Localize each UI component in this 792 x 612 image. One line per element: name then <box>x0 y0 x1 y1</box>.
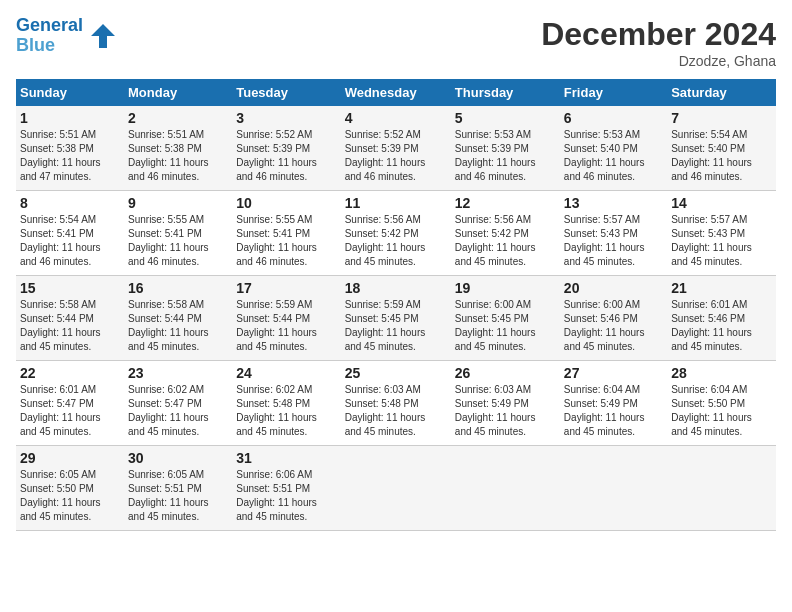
header-cell-thursday: Thursday <box>451 79 560 106</box>
day-cell: 7Sunrise: 5:54 AM Sunset: 5:40 PM Daylig… <box>667 106 776 191</box>
day-cell: 30Sunrise: 6:05 AM Sunset: 5:51 PM Dayli… <box>124 446 232 531</box>
day-number: 17 <box>236 280 336 296</box>
day-info: Sunrise: 6:05 AM Sunset: 5:51 PM Dayligh… <box>128 468 228 524</box>
day-cell: 31Sunrise: 6:06 AM Sunset: 5:51 PM Dayli… <box>232 446 340 531</box>
day-cell: 25Sunrise: 6:03 AM Sunset: 5:48 PM Dayli… <box>341 361 451 446</box>
day-info: Sunrise: 6:01 AM Sunset: 5:46 PM Dayligh… <box>671 298 772 354</box>
day-number: 29 <box>20 450 120 466</box>
day-cell: 15Sunrise: 5:58 AM Sunset: 5:44 PM Dayli… <box>16 276 124 361</box>
day-number: 28 <box>671 365 772 381</box>
day-cell: 29Sunrise: 6:05 AM Sunset: 5:50 PM Dayli… <box>16 446 124 531</box>
day-info: Sunrise: 5:56 AM Sunset: 5:42 PM Dayligh… <box>345 213 447 269</box>
day-info: Sunrise: 5:59 AM Sunset: 5:44 PM Dayligh… <box>236 298 336 354</box>
day-info: Sunrise: 5:51 AM Sunset: 5:38 PM Dayligh… <box>128 128 228 184</box>
day-info: Sunrise: 5:55 AM Sunset: 5:41 PM Dayligh… <box>128 213 228 269</box>
day-info: Sunrise: 6:05 AM Sunset: 5:50 PM Dayligh… <box>20 468 120 524</box>
day-info: Sunrise: 6:04 AM Sunset: 5:49 PM Dayligh… <box>564 383 663 439</box>
day-number: 18 <box>345 280 447 296</box>
day-cell: 13Sunrise: 5:57 AM Sunset: 5:43 PM Dayli… <box>560 191 667 276</box>
day-cell: 9Sunrise: 5:55 AM Sunset: 5:41 PM Daylig… <box>124 191 232 276</box>
logo: General Blue <box>16 16 119 56</box>
day-cell: 21Sunrise: 6:01 AM Sunset: 5:46 PM Dayli… <box>667 276 776 361</box>
day-cell: 3Sunrise: 5:52 AM Sunset: 5:39 PM Daylig… <box>232 106 340 191</box>
day-info: Sunrise: 5:55 AM Sunset: 5:41 PM Dayligh… <box>236 213 336 269</box>
day-number: 1 <box>20 110 120 126</box>
week-row-4: 22Sunrise: 6:01 AM Sunset: 5:47 PM Dayli… <box>16 361 776 446</box>
week-row-1: 1Sunrise: 5:51 AM Sunset: 5:38 PM Daylig… <box>16 106 776 191</box>
week-row-3: 15Sunrise: 5:58 AM Sunset: 5:44 PM Dayli… <box>16 276 776 361</box>
day-cell: 6Sunrise: 5:53 AM Sunset: 5:40 PM Daylig… <box>560 106 667 191</box>
day-number: 20 <box>564 280 663 296</box>
day-info: Sunrise: 5:51 AM Sunset: 5:38 PM Dayligh… <box>20 128 120 184</box>
day-cell: 16Sunrise: 5:58 AM Sunset: 5:44 PM Dayli… <box>124 276 232 361</box>
month-title: December 2024 <box>541 16 776 53</box>
day-info: Sunrise: 6:03 AM Sunset: 5:49 PM Dayligh… <box>455 383 556 439</box>
day-info: Sunrise: 6:01 AM Sunset: 5:47 PM Dayligh… <box>20 383 120 439</box>
day-cell: 2Sunrise: 5:51 AM Sunset: 5:38 PM Daylig… <box>124 106 232 191</box>
header-row: SundayMondayTuesdayWednesdayThursdayFrid… <box>16 79 776 106</box>
day-cell: 14Sunrise: 5:57 AM Sunset: 5:43 PM Dayli… <box>667 191 776 276</box>
day-number: 9 <box>128 195 228 211</box>
day-cell: 23Sunrise: 6:02 AM Sunset: 5:47 PM Dayli… <box>124 361 232 446</box>
day-number: 26 <box>455 365 556 381</box>
day-cell <box>341 446 451 531</box>
day-info: Sunrise: 5:58 AM Sunset: 5:44 PM Dayligh… <box>20 298 120 354</box>
day-info: Sunrise: 6:00 AM Sunset: 5:46 PM Dayligh… <box>564 298 663 354</box>
logo-text: General Blue <box>16 16 83 56</box>
day-cell: 1Sunrise: 5:51 AM Sunset: 5:38 PM Daylig… <box>16 106 124 191</box>
day-number: 8 <box>20 195 120 211</box>
day-cell: 12Sunrise: 5:56 AM Sunset: 5:42 PM Dayli… <box>451 191 560 276</box>
day-number: 25 <box>345 365 447 381</box>
day-number: 14 <box>671 195 772 211</box>
logo-icon <box>87 20 119 52</box>
day-cell <box>451 446 560 531</box>
day-number: 31 <box>236 450 336 466</box>
day-cell: 17Sunrise: 5:59 AM Sunset: 5:44 PM Dayli… <box>232 276 340 361</box>
day-number: 12 <box>455 195 556 211</box>
day-number: 13 <box>564 195 663 211</box>
day-number: 15 <box>20 280 120 296</box>
day-info: Sunrise: 6:00 AM Sunset: 5:45 PM Dayligh… <box>455 298 556 354</box>
day-info: Sunrise: 5:54 AM Sunset: 5:40 PM Dayligh… <box>671 128 772 184</box>
header-cell-friday: Friday <box>560 79 667 106</box>
location: Dzodze, Ghana <box>541 53 776 69</box>
day-cell: 4Sunrise: 5:52 AM Sunset: 5:39 PM Daylig… <box>341 106 451 191</box>
day-cell: 8Sunrise: 5:54 AM Sunset: 5:41 PM Daylig… <box>16 191 124 276</box>
day-number: 2 <box>128 110 228 126</box>
day-number: 16 <box>128 280 228 296</box>
header-cell-wednesday: Wednesday <box>341 79 451 106</box>
header-cell-saturday: Saturday <box>667 79 776 106</box>
week-row-2: 8Sunrise: 5:54 AM Sunset: 5:41 PM Daylig… <box>16 191 776 276</box>
day-number: 23 <box>128 365 228 381</box>
day-cell: 28Sunrise: 6:04 AM Sunset: 5:50 PM Dayli… <box>667 361 776 446</box>
day-info: Sunrise: 6:04 AM Sunset: 5:50 PM Dayligh… <box>671 383 772 439</box>
day-info: Sunrise: 6:02 AM Sunset: 5:48 PM Dayligh… <box>236 383 336 439</box>
day-number: 22 <box>20 365 120 381</box>
day-cell: 19Sunrise: 6:00 AM Sunset: 5:45 PM Dayli… <box>451 276 560 361</box>
header-cell-monday: Monday <box>124 79 232 106</box>
day-info: Sunrise: 5:57 AM Sunset: 5:43 PM Dayligh… <box>671 213 772 269</box>
day-cell <box>560 446 667 531</box>
day-number: 24 <box>236 365 336 381</box>
day-cell: 18Sunrise: 5:59 AM Sunset: 5:45 PM Dayli… <box>341 276 451 361</box>
day-cell: 26Sunrise: 6:03 AM Sunset: 5:49 PM Dayli… <box>451 361 560 446</box>
day-cell: 10Sunrise: 5:55 AM Sunset: 5:41 PM Dayli… <box>232 191 340 276</box>
day-number: 3 <box>236 110 336 126</box>
day-info: Sunrise: 5:53 AM Sunset: 5:40 PM Dayligh… <box>564 128 663 184</box>
day-number: 11 <box>345 195 447 211</box>
day-info: Sunrise: 6:02 AM Sunset: 5:47 PM Dayligh… <box>128 383 228 439</box>
day-cell: 5Sunrise: 5:53 AM Sunset: 5:39 PM Daylig… <box>451 106 560 191</box>
day-cell <box>667 446 776 531</box>
day-info: Sunrise: 5:56 AM Sunset: 5:42 PM Dayligh… <box>455 213 556 269</box>
day-number: 6 <box>564 110 663 126</box>
header-cell-tuesday: Tuesday <box>232 79 340 106</box>
day-cell: 24Sunrise: 6:02 AM Sunset: 5:48 PM Dayli… <box>232 361 340 446</box>
day-info: Sunrise: 5:58 AM Sunset: 5:44 PM Dayligh… <box>128 298 228 354</box>
day-number: 19 <box>455 280 556 296</box>
day-info: Sunrise: 6:06 AM Sunset: 5:51 PM Dayligh… <box>236 468 336 524</box>
day-info: Sunrise: 5:52 AM Sunset: 5:39 PM Dayligh… <box>345 128 447 184</box>
day-info: Sunrise: 5:53 AM Sunset: 5:39 PM Dayligh… <box>455 128 556 184</box>
day-cell: 11Sunrise: 5:56 AM Sunset: 5:42 PM Dayli… <box>341 191 451 276</box>
day-number: 30 <box>128 450 228 466</box>
header-cell-sunday: Sunday <box>16 79 124 106</box>
